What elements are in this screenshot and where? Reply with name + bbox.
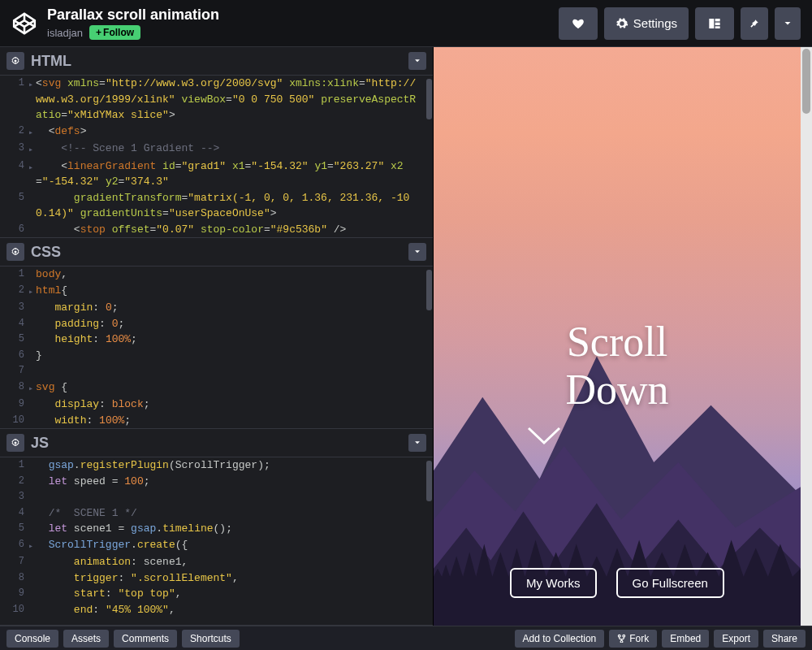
code-text[interactable]: svg { [34, 379, 161, 397]
code-line[interactable]: 1body, [0, 266, 162, 283]
code-line[interactable]: 4 /* SCENE 1 */ [0, 505, 282, 522]
fold-marker[interactable]: ▸ [28, 379, 34, 397]
code-text[interactable]: animation: scene1, [34, 554, 282, 570]
fullscreen-button[interactable]: Go Fullscreen [616, 568, 724, 598]
shortcuts-button[interactable]: Shortcuts [182, 630, 240, 648]
code-text[interactable]: padding: 0; [34, 316, 161, 332]
code-line[interactable]: 5 gradientTransform="matrix(-1, 0, 0, 1.… [0, 190, 433, 222]
my-works-button[interactable]: My Works [510, 568, 596, 598]
more-button[interactable] [775, 7, 801, 40]
code-text[interactable]: /* SCENE 1 */ [34, 505, 282, 522]
export-button[interactable]: Export [714, 630, 758, 648]
code-line[interactable]: 9 start: "top top", [0, 586, 282, 602]
console-button[interactable]: Console [6, 630, 58, 648]
codepen-logo[interactable] [11, 11, 37, 37]
fold-marker[interactable]: ▸ [28, 76, 34, 124]
scrollbar-thumb[interactable] [426, 79, 432, 119]
code-text[interactable]: height: 100%; [34, 332, 161, 348]
code-line[interactable]: 3 margin: 0; [0, 300, 162, 316]
fold-marker[interactable]: ▸ [28, 158, 34, 190]
code-text[interactable]: gradientTransform="matrix(-1, 0, 0, 1.36… [34, 190, 433, 222]
pin-button[interactable] [741, 7, 768, 40]
js-code-area[interactable]: 1 gsap.registerPlugin(ScrollTrigger);2 l… [0, 457, 433, 625]
fold-marker[interactable]: ▸ [28, 141, 34, 158]
settings-button[interactable]: Settings [604, 7, 689, 40]
fold-marker [28, 332, 34, 348]
scrollbar-thumb[interactable] [802, 49, 810, 114]
code-text[interactable]: body, [34, 266, 161, 283]
code-line[interactable]: 4 padding: 0; [0, 316, 162, 332]
code-line[interactable]: 10 end: "45% 100%", [0, 602, 282, 618]
code-line[interactable]: 9 display: block; [0, 396, 162, 413]
preview-pane[interactable]: Scroll Down My Works Go Fullscreen [434, 47, 812, 626]
code-text[interactable]: let scene1 = gsap.timeline(); [34, 521, 282, 537]
preview-scrollbar[interactable] [801, 47, 812, 626]
code-text[interactable]: html{ [34, 283, 161, 301]
css-collapse-button[interactable] [408, 243, 426, 261]
code-line[interactable]: 1▸<svg xmlns="http://www.w3.org/2000/svg… [0, 76, 433, 124]
code-text[interactable]: margin: 0; [34, 300, 161, 316]
code-line[interactable]: 5 height: 100%; [0, 332, 162, 348]
code-line[interactable]: 2 let speed = 100; [0, 474, 282, 490]
code-line[interactable]: 4▸ <linearGradient id="grad1" x1="-154.3… [0, 158, 433, 190]
code-text[interactable]: } [34, 348, 161, 364]
follow-button[interactable]: +Follow [89, 25, 140, 40]
code-line[interactable]: 3 [0, 489, 282, 505]
code-line[interactable]: 6 <stop offset="0.07" stop-color="#9c536… [0, 222, 433, 238]
gear-icon [11, 56, 20, 66]
assets-button[interactable]: Assets [63, 630, 109, 648]
code-line[interactable]: 6} [0, 348, 162, 364]
scrollbar-thumb[interactable] [426, 270, 432, 310]
code-text[interactable]: start: "top top", [34, 586, 282, 602]
layout-button[interactable] [695, 7, 734, 40]
css-code-area[interactable]: 1body,2▸html{3 margin: 0;4 padding: 0;5 … [0, 266, 433, 428]
code-text[interactable]: width: 100%; [34, 413, 161, 429]
svg-rect-5 [715, 22, 720, 24]
code-text[interactable]: trigger: ".scrollElement", [34, 570, 282, 587]
code-line[interactable]: 6▸ ScrollTrigger.create({ [0, 537, 282, 555]
js-settings-button[interactable] [6, 434, 24, 452]
code-text[interactable]: end: "45% 100%", [34, 602, 282, 618]
code-line[interactable]: 7 animation: scene1, [0, 554, 282, 570]
html-code-area[interactable]: 1▸<svg xmlns="http://www.w3.org/2000/svg… [0, 76, 433, 237]
comments-button[interactable]: Comments [114, 630, 177, 648]
code-text[interactable]: <defs> [34, 124, 433, 141]
js-collapse-button[interactable] [408, 434, 426, 452]
html-collapse-button[interactable] [408, 52, 426, 70]
fold-marker[interactable]: ▸ [28, 283, 34, 301]
code-line[interactable]: 2▸html{ [0, 283, 162, 301]
code-line[interactable]: 1 gsap.registerPlugin(ScrollTrigger); [0, 457, 282, 474]
code-text[interactable]: <linearGradient id="grad1" x1="-154.32" … [34, 158, 433, 190]
code-text[interactable]: <!-- Scene 1 Gradient --> [34, 141, 433, 158]
code-text[interactable] [34, 363, 161, 379]
code-line[interactable]: 8 trigger: ".scrollElement", [0, 570, 282, 587]
like-button[interactable] [559, 7, 598, 40]
embed-button[interactable]: Embed [662, 630, 709, 648]
fold-marker[interactable]: ▸ [28, 537, 34, 555]
share-button[interactable]: Share [763, 630, 806, 648]
fold-marker [28, 457, 34, 474]
code-line[interactable]: 5 let scene1 = gsap.timeline(); [0, 521, 282, 537]
code-text[interactable] [34, 489, 282, 505]
code-text[interactable]: display: block; [34, 396, 161, 413]
code-line[interactable]: 7 [0, 363, 162, 379]
fold-marker[interactable]: ▸ [28, 124, 34, 141]
code-line[interactable]: 2▸ <defs> [0, 124, 433, 141]
scrollbar-thumb[interactable] [426, 461, 432, 501]
code-line[interactable]: 10 width: 100%; [0, 413, 162, 429]
author-name[interactable]: isladjan [47, 27, 83, 39]
code-line[interactable]: 8▸svg { [0, 379, 162, 397]
css-settings-button[interactable] [6, 243, 24, 261]
html-settings-button[interactable] [6, 52, 24, 70]
code-text[interactable]: gsap.registerPlugin(ScrollTrigger); [34, 457, 282, 474]
add-collection-button[interactable]: Add to Collection [515, 630, 605, 648]
code-text[interactable]: let speed = 100; [34, 474, 282, 490]
code-text[interactable]: ScrollTrigger.create({ [34, 537, 282, 555]
code-line[interactable]: 3▸ <!-- Scene 1 Gradient --> [0, 141, 433, 158]
js-editor-panel: JS 1 gsap.registerPlugin(ScrollTrigger);… [0, 429, 433, 626]
app-header: Parallax scroll animation isladjan +Foll… [0, 0, 812, 47]
code-text[interactable]: <stop offset="0.07" stop-color="#9c536b"… [34, 222, 433, 238]
svg-point-8 [15, 251, 17, 254]
code-text[interactable]: <svg xmlns="http://www.w3.org/2000/svg" … [34, 76, 433, 124]
fork-button[interactable]: Fork [609, 630, 657, 648]
